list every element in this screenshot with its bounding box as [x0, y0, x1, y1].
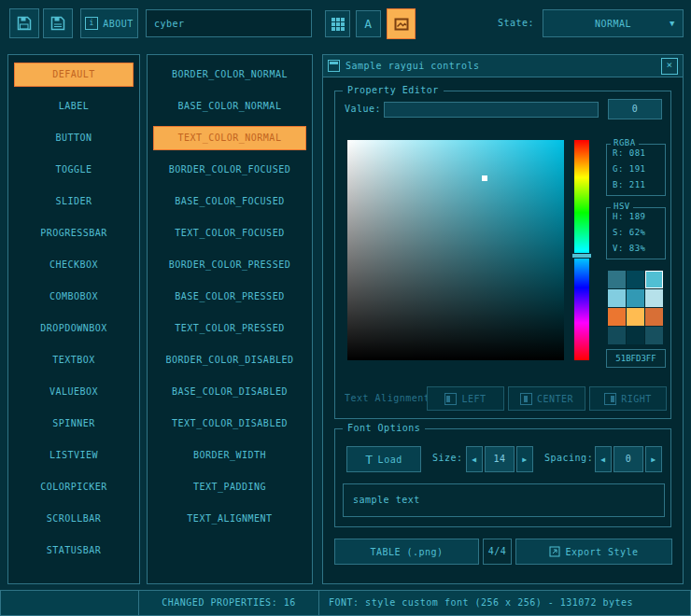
- palette-swatch[interactable]: [645, 308, 663, 326]
- arrow-left-icon: ◀: [472, 455, 476, 464]
- floppy-save-icon: [50, 16, 65, 31]
- list-item[interactable]: STATUSBAR: [14, 539, 134, 563]
- align-right-icon: [604, 393, 616, 405]
- export-style-button[interactable]: Export Style: [515, 539, 672, 565]
- hue-slider-handle[interactable]: [571, 253, 592, 259]
- font-view-button[interactable]: A: [356, 10, 381, 37]
- info-icon: i: [85, 17, 98, 30]
- palette-swatch[interactable]: [627, 327, 644, 344]
- font-options-label: Font Options: [343, 423, 425, 433]
- font-spacing-decrease-button[interactable]: ◀: [595, 446, 612, 472]
- list-item[interactable]: BORDER_COLOR_PRESSED: [153, 253, 306, 277]
- arrow-right-icon: ▶: [651, 455, 656, 464]
- list-item[interactable]: CHECKBOX: [14, 253, 134, 277]
- list-item[interactable]: BORDER_COLOR_DISABLED: [153, 348, 306, 372]
- palette-swatch[interactable]: [608, 327, 626, 344]
- list-item[interactable]: TEXTBOX: [14, 348, 134, 372]
- list-item[interactable]: BUTTON: [14, 126, 134, 150]
- palette-swatch[interactable]: [627, 308, 644, 326]
- list-item[interactable]: BORDER_COLOR_FOCUSED: [153, 158, 306, 182]
- palette-swatch[interactable]: [608, 308, 626, 326]
- list-item[interactable]: VALUEBOX: [14, 380, 134, 404]
- rguistyler-app: i ABOUT A State: NORMAL ▼ DEFAULTLABELBU…: [0, 0, 691, 616]
- list-item[interactable]: PROGRESSBAR: [14, 221, 134, 245]
- save-style-button[interactable]: [43, 8, 73, 38]
- table-export-button[interactable]: TABLE (.png): [334, 539, 479, 565]
- list-item[interactable]: TEXT_ALIGNMENT: [153, 507, 306, 531]
- list-item[interactable]: BASE_COLOR_NORMAL: [153, 94, 306, 119]
- image-view-button[interactable]: [387, 8, 416, 39]
- list-item[interactable]: TEXT_COLOR_NORMAL: [153, 126, 306, 150]
- style-name-input[interactable]: [146, 9, 312, 37]
- align-center-button[interactable]: CENTER: [508, 386, 585, 411]
- value-slider[interactable]: [384, 102, 599, 118]
- list-item[interactable]: BASE_COLOR_FOCUSED: [153, 189, 306, 214]
- align-left-label: LEFT: [461, 394, 486, 404]
- grid-view-icon: [331, 17, 346, 32]
- window-title: Sample raygui controls: [346, 61, 479, 71]
- load-style-button[interactable]: [9, 8, 39, 38]
- value-box[interactable]: 0: [608, 99, 662, 119]
- list-item[interactable]: DEFAULT: [14, 63, 134, 87]
- list-item[interactable]: SPINNER: [14, 412, 134, 436]
- list-item[interactable]: COLORPICKER: [14, 475, 134, 499]
- list-item[interactable]: TEXT_PADDING: [153, 475, 306, 499]
- list-item[interactable]: BASE_COLOR_PRESSED: [153, 285, 306, 309]
- list-item[interactable]: LABEL: [14, 94, 134, 119]
- font-spacing-increase-button[interactable]: ▶: [645, 446, 662, 472]
- rgba-r-value: R: 081: [607, 147, 665, 161]
- controls-view-button[interactable]: [325, 10, 350, 37]
- about-button[interactable]: i ABOUT: [80, 8, 138, 38]
- palette-swatch[interactable]: [627, 289, 644, 307]
- list-item[interactable]: DROPDOWNBOX: [14, 316, 134, 341]
- align-left-button[interactable]: LEFT: [427, 386, 504, 411]
- rgba-group: RGBA R: 081 G: 191 B: 211: [606, 144, 666, 196]
- palette-swatch[interactable]: [645, 327, 663, 344]
- font-size-increase-button[interactable]: ▶: [516, 446, 533, 472]
- font-size-value[interactable]: 14: [485, 446, 515, 472]
- palette-swatch[interactable]: [608, 271, 626, 288]
- close-button[interactable]: ×: [661, 58, 678, 75]
- list-item[interactable]: BORDER_WIDTH: [153, 443, 306, 468]
- window-icon: [328, 60, 340, 72]
- list-item[interactable]: BORDER_COLOR_NORMAL: [153, 63, 306, 87]
- list-item[interactable]: LISTVIEW: [14, 443, 134, 468]
- list-item[interactable]: TEXT_COLOR_PRESSED: [153, 316, 306, 341]
- list-item[interactable]: SCROLLBAR: [14, 507, 134, 531]
- align-left-icon: [444, 393, 457, 405]
- properties-list: BORDER_COLOR_NORMALBASE_COLOR_NORMALTEXT…: [147, 54, 313, 584]
- align-right-button[interactable]: RIGHT: [589, 386, 667, 411]
- hue-slider[interactable]: [574, 140, 589, 360]
- text-alignment-label: Text Alignment: [345, 386, 427, 411]
- hsv-s-value: S: 62%: [607, 226, 665, 240]
- palette-swatch[interactable]: [627, 271, 644, 288]
- list-item[interactable]: SLIDER: [14, 189, 134, 214]
- font-load-button[interactable]: T Load: [346, 446, 421, 472]
- window-titlebar[interactable]: Sample raygui controls ×: [323, 55, 683, 77]
- color-picker-cursor: [482, 175, 487, 181]
- sample-text-input[interactable]: sample text: [343, 483, 665, 517]
- rgba-b-value: B: 211: [607, 178, 665, 192]
- list-item[interactable]: COMBOBOX: [14, 285, 134, 309]
- list-item[interactable]: BASE_COLOR_DISABLED: [153, 380, 306, 404]
- hsv-label: HSV: [611, 202, 633, 211]
- hex-color-input[interactable]: 51BFD3FF: [606, 349, 666, 368]
- list-item[interactable]: TEXT_COLOR_FOCUSED: [153, 221, 306, 245]
- list-item[interactable]: TOGGLE: [14, 158, 134, 182]
- font-spacing-value[interactable]: 0: [613, 446, 643, 472]
- color-saturation-value-picker[interactable]: [347, 140, 564, 360]
- state-dropdown[interactable]: NORMAL ▼: [543, 9, 684, 37]
- state-label: State:: [482, 18, 534, 28]
- property-editor-label: Property Editor: [343, 85, 444, 95]
- palette-swatch[interactable]: [645, 289, 663, 307]
- statusbar-font-info: FONT: style custom font (256 x 256) - 13…: [318, 590, 691, 616]
- font-size-decrease-button[interactable]: ◀: [466, 446, 483, 472]
- color-palette: [608, 271, 666, 344]
- palette-swatch[interactable]: [645, 271, 663, 288]
- palette-swatch[interactable]: [608, 289, 626, 307]
- list-item[interactable]: TEXT_COLOR_DISABLED: [153, 412, 306, 436]
- floppy-load-icon: [17, 16, 32, 31]
- statusbar-changed-properties: CHANGED PROPERTIES: 16: [138, 590, 319, 616]
- about-button-label: ABOUT: [103, 19, 134, 29]
- hsv-group: HSV H: 189 S: 62% V: 83%: [606, 207, 666, 259]
